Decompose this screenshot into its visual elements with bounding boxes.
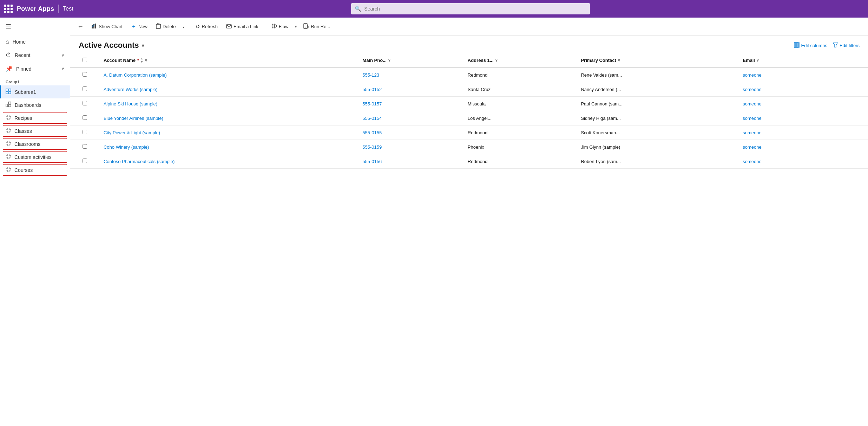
recent-icon: ⏱ — [6, 52, 11, 58]
col-contact-chevron[interactable]: ∨ — [618, 58, 620, 62]
cell-contact-1: Nancy Anderson (... — [577, 82, 738, 97]
delete-button[interactable]: Delete — [152, 21, 179, 32]
cell-phone-2[interactable]: 555-0157 — [358, 97, 463, 111]
row-checkbox-input-0[interactable] — [83, 72, 87, 77]
delete-dropdown-chevron[interactable]: ∨ — [181, 22, 186, 31]
edit-columns-icon — [794, 42, 800, 49]
cell-email-6[interactable]: someone — [738, 154, 868, 169]
cell-phone-3[interactable]: 555-0154 — [358, 111, 463, 125]
cell-account-name-3[interactable]: Blue Yonder Airlines (sample) — [99, 111, 358, 125]
sidebar-item-home[interactable]: ⌂ Home — [0, 35, 70, 49]
cell-account-name-6[interactable]: Contoso Pharmaceuticals (sample) — [99, 154, 358, 169]
cell-address-0: Redmond — [463, 67, 577, 82]
accounts-table: Account Name * ▲▼ ∨ Main Pho... — [70, 53, 868, 169]
sidebar-item-subarea1[interactable]: Subarea1 — [0, 85, 70, 98]
show-chart-button[interactable]: Show Chart — [88, 21, 126, 32]
svg-marker-26 — [833, 43, 838, 47]
cell-email-5[interactable]: someone — [738, 140, 868, 154]
cell-account-name-0[interactable]: A. Datum Corporation (sample) — [99, 67, 358, 82]
cell-phone-4[interactable]: 555-0155 — [358, 125, 463, 140]
row-checkbox-5[interactable] — [70, 140, 99, 154]
row-checkbox-input-5[interactable] — [83, 144, 87, 149]
back-button[interactable]: ← — [74, 21, 86, 32]
pinned-icon: 📌 — [6, 65, 13, 72]
col-header-account-name[interactable]: Account Name * ▲▼ ∨ — [99, 53, 358, 67]
email-link-label: Email a Link — [234, 24, 258, 29]
col-header-email[interactable]: Email ∨ — [738, 53, 868, 67]
run-report-icon — [303, 23, 309, 30]
col-header-address[interactable]: Address 1... ∨ — [463, 53, 577, 67]
pinned-chevron: ∨ — [61, 66, 64, 71]
classrooms-icon — [6, 141, 11, 147]
row-checkbox-input-3[interactable] — [83, 115, 87, 120]
cell-email-1[interactable]: someone — [738, 82, 868, 97]
row-checkbox-2[interactable] — [70, 97, 99, 111]
refresh-button[interactable]: ↺ Refresh — [192, 21, 222, 32]
toolbar-sep-1 — [189, 22, 189, 31]
cell-email-2[interactable]: someone — [738, 97, 868, 111]
waffle-icon[interactable] — [4, 5, 13, 13]
cell-phone-1[interactable]: 555-0152 — [358, 82, 463, 97]
col-email-chevron[interactable]: ∨ — [756, 58, 759, 62]
col-sort-icon[interactable]: ▲▼ — [140, 57, 143, 64]
col-phone-chevron[interactable]: ∨ — [388, 58, 390, 62]
cell-account-name-4[interactable]: City Power & Light (sample) — [99, 125, 358, 140]
cell-email-0[interactable]: someone — [738, 67, 868, 82]
cell-account-name-5[interactable]: Coho Winery (sample) — [99, 140, 358, 154]
sidebar-group-label: Group1 — [0, 76, 70, 85]
checkbox-header[interactable] — [70, 53, 99, 67]
cell-account-name-1[interactable]: Adventure Works (sample) — [99, 82, 358, 97]
row-checkbox-3[interactable] — [70, 111, 99, 125]
table-row: Adventure Works (sample) 555-0152 Santa … — [70, 82, 868, 97]
row-checkbox-0[interactable] — [70, 67, 99, 82]
cell-phone-6[interactable]: 555-0156 — [358, 154, 463, 169]
sidebar-item-recent[interactable]: ⏱ Recent ∨ — [0, 49, 70, 62]
flow-dropdown-chevron[interactable]: ∨ — [293, 22, 298, 31]
sidebar-item-dashboards[interactable]: Dashboards — [0, 98, 70, 111]
cell-account-name-2[interactable]: Alpine Ski House (sample) — [99, 97, 358, 111]
sidebar-item-courses-label: Courses — [14, 167, 33, 173]
sidebar-item-courses[interactable]: Courses — [3, 164, 67, 176]
row-checkbox-input-6[interactable] — [83, 159, 87, 163]
run-report-button[interactable]: Run Re... — [300, 21, 334, 32]
sidebar-item-custom-activities[interactable]: Custom activities — [3, 151, 67, 163]
required-asterisk: * — [137, 58, 139, 63]
col-account-chevron[interactable]: ∨ — [145, 58, 147, 62]
toolbar: ← Show Chart ＋ New — [70, 18, 868, 36]
cell-email-4[interactable]: someone — [738, 125, 868, 140]
cell-phone-5[interactable]: 555-0159 — [358, 140, 463, 154]
accounts-table-wrap: Account Name * ▲▼ ∨ Main Pho... — [70, 53, 868, 426]
table-body: A. Datum Corporation (sample) 555-123 Re… — [70, 67, 868, 169]
sidebar-item-classrooms[interactable]: Classrooms — [3, 138, 67, 150]
hamburger-button[interactable]: ☰ — [0, 18, 70, 35]
table-row: City Power & Light (sample) 555-0155 Red… — [70, 125, 868, 140]
edit-columns-button[interactable]: Edit columns — [794, 42, 827, 49]
row-checkbox-4[interactable] — [70, 125, 99, 140]
col-address-chevron[interactable]: ∨ — [495, 58, 498, 62]
new-button[interactable]: ＋ New — [127, 21, 151, 32]
new-label: New — [138, 24, 147, 29]
flow-button[interactable]: Flow — [268, 21, 292, 32]
row-checkbox-input-1[interactable] — [83, 86, 87, 91]
sidebar-item-classes[interactable]: Classes — [3, 125, 67, 137]
edit-filters-button[interactable]: Edit filters — [833, 43, 860, 49]
search-input[interactable] — [364, 6, 586, 12]
sidebar-item-pinned[interactable]: 📌 Pinned ∨ — [0, 62, 70, 76]
row-checkbox-6[interactable] — [70, 154, 99, 169]
cell-email-3[interactable]: someone — [738, 111, 868, 125]
row-checkbox-input-2[interactable] — [83, 101, 87, 105]
select-all-checkbox[interactable] — [83, 58, 87, 62]
email-link-button[interactable]: Email a Link — [223, 21, 262, 32]
search-box[interactable]: 🔍 — [351, 3, 590, 14]
col-header-primary-contact[interactable]: Primary Contact ∨ — [577, 53, 738, 67]
sidebar-item-recipes[interactable]: Recipes — [3, 112, 67, 124]
view-title: Active Accounts — [79, 41, 139, 50]
row-checkbox-input-4[interactable] — [83, 130, 87, 134]
edit-filters-icon — [833, 43, 838, 49]
col-email-label: Email — [743, 58, 755, 63]
col-header-main-phone[interactable]: Main Pho... ∨ — [358, 53, 463, 67]
cell-phone-0[interactable]: 555-123 — [358, 67, 463, 82]
view-title-chevron[interactable]: ∨ — [141, 43, 145, 48]
search-icon: 🔍 — [355, 6, 361, 12]
row-checkbox-1[interactable] — [70, 82, 99, 97]
